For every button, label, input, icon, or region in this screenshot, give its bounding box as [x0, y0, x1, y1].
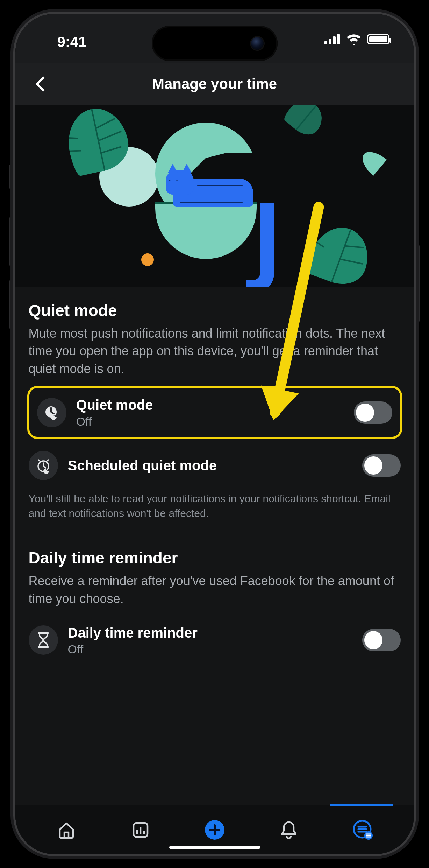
- svg-rect-2: [333, 36, 336, 44]
- daily-reminder-section-desc: Receive a reminder after you've used Fac…: [29, 572, 401, 608]
- annotation-highlight: Quiet mode Off: [27, 386, 402, 439]
- home-icon: [57, 820, 76, 839]
- daily-reminder-value: Off: [68, 643, 352, 656]
- daily-reminder-label: Daily time reminder: [68, 624, 352, 641]
- device-silent-switch: [9, 164, 13, 189]
- page-title: Manage your time: [15, 76, 414, 92]
- page-header: Manage your time: [15, 63, 414, 105]
- daily-reminder-toggle[interactable]: [362, 629, 401, 651]
- battery-icon: [367, 34, 389, 44]
- wifi-icon: [346, 34, 362, 45]
- hero-illustration: ˘ ˘: [15, 105, 414, 287]
- tab-notifications[interactable]: [277, 818, 301, 842]
- quiet-mode-section-desc: Mute most push notifications and limit n…: [29, 325, 401, 378]
- tab-home[interactable]: [54, 818, 79, 842]
- moon-clock-icon: [37, 398, 66, 427]
- scheduled-quiet-mode-toggle[interactable]: [362, 454, 401, 477]
- tab-create[interactable]: [202, 818, 227, 842]
- plus-circle-icon: [204, 819, 225, 840]
- menu-icon: [352, 819, 373, 840]
- quiet-mode-section-title: Quiet mode: [29, 301, 401, 320]
- bell-icon: [280, 820, 298, 840]
- quiet-mode-note: You'll still be able to read your notifi…: [29, 489, 401, 533]
- canvas: 9:41: [0, 0, 429, 868]
- svg-rect-0: [324, 41, 327, 44]
- status-time: 9:41: [57, 34, 87, 50]
- quiet-mode-label: Quiet mode: [76, 397, 344, 413]
- cellular-icon: [324, 34, 341, 44]
- feeds-icon: [131, 820, 150, 839]
- content-area: Quiet mode Mute most push notifications …: [15, 287, 414, 805]
- back-button[interactable]: [29, 74, 50, 94]
- chevron-left-icon: [35, 76, 45, 92]
- alarm-moon-icon: [29, 451, 58, 480]
- front-camera: [251, 37, 264, 50]
- phone-frame: 9:41: [15, 14, 414, 854]
- svg-rect-1: [329, 39, 331, 44]
- scheduled-quiet-mode-label: Scheduled quiet mode: [68, 457, 352, 474]
- quiet-mode-row[interactable]: Quiet mode Off: [37, 394, 392, 430]
- bottom-tab-bar: [15, 805, 414, 854]
- status-indicators: [324, 34, 389, 45]
- device-volume-down: [9, 280, 13, 329]
- daily-reminder-section-title: Daily time reminder: [29, 548, 401, 567]
- home-indicator: [169, 846, 260, 849]
- tab-feeds[interactable]: [128, 818, 153, 842]
- daily-reminder-row[interactable]: Daily time reminder Off: [29, 616, 401, 665]
- quiet-mode-toggle[interactable]: [354, 401, 392, 424]
- device-power-button: [416, 245, 420, 322]
- quiet-mode-value: Off: [76, 415, 344, 428]
- dynamic-island: [152, 26, 278, 61]
- screen: 9:41: [15, 14, 414, 854]
- scheduled-quiet-mode-row[interactable]: Scheduled quiet mode: [29, 442, 401, 489]
- tab-menu[interactable]: [351, 818, 375, 842]
- device-volume-up: [9, 217, 13, 266]
- section-divider-2: [29, 665, 401, 665]
- hourglass-icon: [29, 625, 58, 655]
- active-tab-indicator: [330, 804, 393, 806]
- svg-rect-3: [337, 34, 340, 44]
